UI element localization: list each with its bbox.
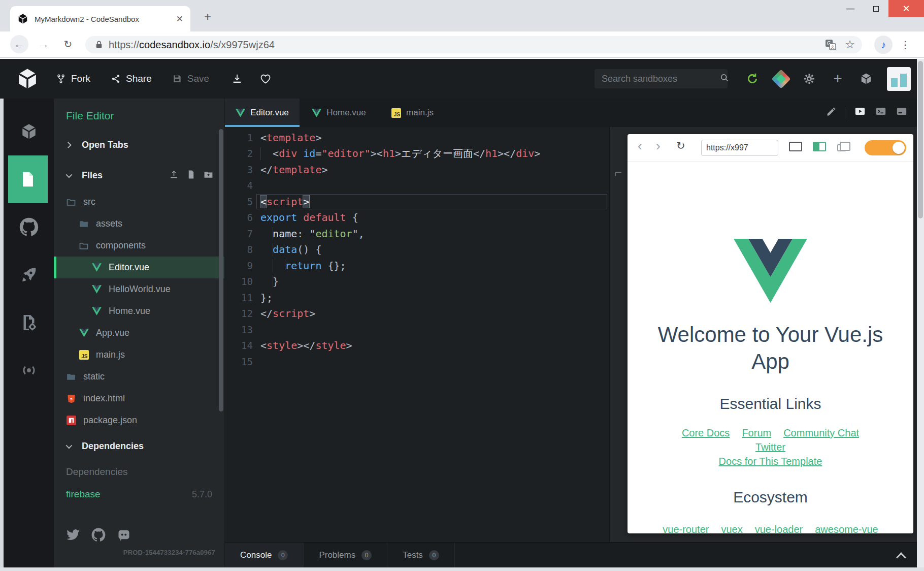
preview-link-Docs for This Template[interactable]: Docs for This Template <box>719 456 822 467</box>
translate-icon[interactable]: G文 <box>824 39 837 51</box>
preview-link-Forum[interactable]: Forum <box>742 427 771 438</box>
open-tabs-section[interactable]: Open Tabs <box>54 134 224 155</box>
dependencies-section[interactable]: Dependencies <box>54 435 224 457</box>
statusbar-tab-problems[interactable]: Problems0 <box>304 543 387 567</box>
new-file-icon[interactable] <box>186 170 196 181</box>
settings-gear-icon[interactable] <box>802 71 817 86</box>
explorer-scrollbar[interactable] <box>219 129 223 411</box>
preview-duplicate-icon[interactable] <box>837 144 846 151</box>
file-row-HelloWorld.vue[interactable]: HelloWorld.vue <box>54 278 224 300</box>
upload-file-icon[interactable] <box>169 170 179 181</box>
code-line-2[interactable]: 2 <div id="editor"><h1>エディター画面</h1></div… <box>225 146 609 162</box>
rail-sandbox-info-icon[interactable] <box>4 108 54 155</box>
share-button[interactable]: Share <box>111 73 152 84</box>
preview-link-Core Docs[interactable]: Core Docs <box>682 427 730 438</box>
page-scrollbar[interactable] <box>917 59 924 567</box>
preview-live-toggle[interactable] <box>865 140 906 155</box>
statusbar-tab-tests[interactable]: Tests0 <box>387 543 455 567</box>
browser-preview-toggle-icon[interactable] <box>854 106 866 119</box>
save-button[interactable]: Save <box>172 73 209 84</box>
address-bar[interactable]: https://codesandbox.io/s/x9975wjz64 G文 ☆ <box>85 36 862 53</box>
new-sandbox-plus-icon[interactable]: + <box>830 71 845 86</box>
statusbar-tab-console[interactable]: Console0 <box>225 543 304 567</box>
new-folder-icon[interactable] <box>204 170 213 181</box>
preview-monitor-icon[interactable] <box>789 142 802 151</box>
dependency-row-firebase[interactable]: firebase5.7.0 <box>54 486 224 503</box>
window-close-button[interactable]: ✕ <box>888 0 924 17</box>
rail-configuration-icon[interactable] <box>4 299 54 346</box>
github-icon[interactable] <box>91 528 106 544</box>
preview-link-Twitter[interactable]: Twitter <box>755 441 785 453</box>
discord-icon[interactable] <box>117 528 131 544</box>
twitter-icon[interactable] <box>66 528 80 544</box>
preview-splitview-icon[interactable] <box>813 142 826 151</box>
browser-menu-icon[interactable]: ⋮ <box>898 36 913 54</box>
dock-corner-icon[interactable] <box>614 171 623 180</box>
extension-diamond-icon[interactable] <box>773 71 788 86</box>
code-line-6[interactable]: 6export default { <box>225 210 609 226</box>
rail-live-icon[interactable] <box>4 346 54 394</box>
new-tab-button[interactable]: + <box>199 8 216 25</box>
browser-tab[interactable]: MyMarkdown2 - CodeSandbox ✕ <box>10 6 190 31</box>
preview-back-icon[interactable]: ‹ <box>638 138 642 154</box>
prettify-pencil-icon[interactable] <box>826 107 836 119</box>
preview-link-vue-router[interactable]: vue-router <box>663 524 709 533</box>
editor-tab-Editor.vue[interactable]: Editor.vue <box>225 99 300 127</box>
like-heart-icon[interactable] <box>258 71 273 86</box>
rail-deployment-rocket-icon[interactable] <box>4 251 54 299</box>
preview-link-vue-loader[interactable]: vue-loader <box>755 524 803 533</box>
user-avatar[interactable] <box>887 67 911 91</box>
code-line-13[interactable]: 13 <box>225 322 609 338</box>
files-section[interactable]: Files <box>54 165 224 186</box>
preview-refresh-icon[interactable]: ↻ <box>676 140 685 152</box>
sandbox-cube-icon[interactable] <box>859 71 874 86</box>
file-row-Home.vue[interactable]: Home.vue <box>54 300 224 322</box>
file-row-assets[interactable]: assets <box>54 213 224 235</box>
code-line-15[interactable]: 15 <box>225 354 609 370</box>
file-row-index.html[interactable]: 5index.html <box>54 388 224 409</box>
code-line-3[interactable]: 3</template> <box>225 162 609 178</box>
code-line-4[interactable]: 4 <box>225 178 609 194</box>
browser-forward-button[interactable]: → <box>35 35 53 53</box>
code-line-11[interactable]: 11}; <box>225 290 609 306</box>
fork-button[interactable]: Fork <box>56 73 90 84</box>
code-line-10[interactable]: 10 } <box>225 274 609 290</box>
code-line-9[interactable]: 9 return {}; <box>225 258 609 274</box>
editor-tab-main.js[interactable]: JSmain.js <box>378 99 447 127</box>
file-row-App.vue[interactable]: App.vue <box>54 322 224 344</box>
code-editor[interactable]: 1<template>2 <div id="editor"><h1>エディター画… <box>225 127 609 542</box>
code-line-8[interactable]: 8 data() { <box>225 242 609 258</box>
rail-file-editor-icon[interactable] <box>8 155 48 203</box>
editor-tab-Home.vue[interactable]: Home.vue <box>300 99 378 127</box>
editor-layout-toggle-icon[interactable] <box>896 106 908 119</box>
terminal-toggle-icon[interactable] <box>875 106 887 119</box>
profile-avatar[interactable]: ♪ <box>874 36 893 54</box>
file-row-components[interactable]: components <box>54 235 224 257</box>
browser-reload-button[interactable]: ↻ <box>59 35 77 53</box>
preview-url-input[interactable] <box>701 140 778 156</box>
file-row-main.js[interactable]: JSmain.js <box>54 344 224 366</box>
statusbar-expand-chevron-icon[interactable] <box>896 552 906 562</box>
code-line-14[interactable]: 14<style></style> <box>225 338 609 354</box>
search-input[interactable] <box>602 74 719 84</box>
preview-forward-icon[interactable]: › <box>656 138 661 154</box>
tab-close-icon[interactable]: ✕ <box>176 14 183 24</box>
file-row-static[interactable]: static <box>54 366 224 388</box>
bookmark-star-icon[interactable]: ☆ <box>845 38 855 51</box>
file-row-src[interactable]: src <box>54 191 224 213</box>
download-icon[interactable] <box>229 71 245 86</box>
rail-github-icon[interactable] <box>4 203 54 251</box>
code-line-7[interactable]: 7 name: "editor", <box>225 226 609 242</box>
preview-link-Community Chat[interactable]: Community Chat <box>783 427 859 438</box>
preview-link-vuex[interactable]: vuex <box>721 524 742 533</box>
preview-link-awesome-vue[interactable]: awesome-vue <box>815 524 878 533</box>
file-row-Editor.vue[interactable]: Editor.vue <box>54 257 224 278</box>
browser-back-button[interactable]: ← <box>10 35 28 53</box>
code-line-5[interactable]: 5<script> <box>225 194 609 210</box>
code-line-12[interactable]: 12</script> <box>225 306 609 322</box>
code-line-1[interactable]: 1<template> <box>225 130 609 146</box>
page-scrollbar-thumb[interactable] <box>918 61 923 218</box>
window-minimize-button[interactable]: — <box>838 0 863 17</box>
codesandbox-logo-icon[interactable] <box>16 67 39 90</box>
window-maximize-button[interactable] <box>863 0 888 17</box>
